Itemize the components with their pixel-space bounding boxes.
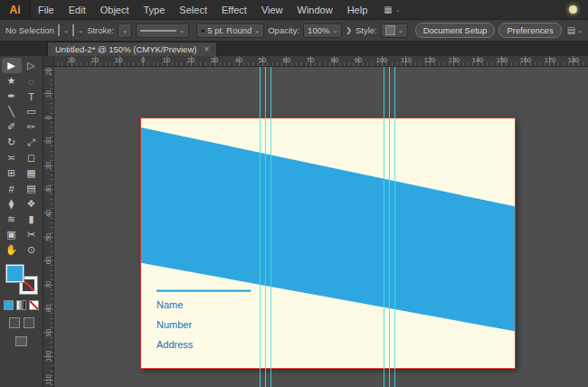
eyedropper-tool-icon[interactable]: ⧫ xyxy=(2,196,22,212)
guide-line[interactable] xyxy=(384,67,384,387)
ruler-label: 60 xyxy=(283,57,290,64)
ruler-origin-corner[interactable] xyxy=(43,56,54,67)
draw-behind-button[interactable] xyxy=(24,317,34,328)
screen-mode-button[interactable] xyxy=(15,336,27,346)
fill-swatch[interactable] xyxy=(6,265,24,282)
brush-definition-select[interactable]: ● 5 pt. Round ⌄ xyxy=(196,24,264,38)
direct-selection-tool-icon[interactable]: ▷ xyxy=(22,58,42,73)
align-icon: ▤ xyxy=(567,25,575,35)
stroke-weight-select[interactable]: ⌄ xyxy=(118,24,132,38)
chevron-down-icon: ⌄ xyxy=(179,27,185,33)
shape-builder-tool-icon[interactable]: ⊞ xyxy=(2,165,22,181)
chevron-down-icon: ⌄ xyxy=(332,27,337,33)
color-button[interactable] xyxy=(4,300,14,310)
ruler-label: 80 xyxy=(45,303,52,314)
ruler-label: 130 xyxy=(449,57,460,64)
ruler-label: 20 xyxy=(187,57,194,64)
workspace-grid-icon: ▦ xyxy=(384,5,392,14)
ruler-label: 80 xyxy=(331,57,338,64)
magic-wand-tool-icon[interactable]: ★ xyxy=(2,73,22,89)
ruler-label: 110 xyxy=(45,374,52,385)
symbol-sprayer-tool-icon[interactable]: ≋ xyxy=(2,212,22,227)
rectangle-tool-icon[interactable]: ▭ xyxy=(22,104,42,119)
document-setup-button[interactable]: Document Setup xyxy=(415,23,496,38)
preferences-button[interactable]: Preferences xyxy=(498,23,561,38)
menu-file[interactable]: File xyxy=(31,0,62,19)
guide-line[interactable] xyxy=(394,67,395,387)
blue-band-shape[interactable] xyxy=(141,127,515,331)
artboard-tool-icon[interactable]: ▣ xyxy=(2,227,22,242)
menu-effect[interactable]: Effect xyxy=(214,0,254,19)
blend-tool-icon[interactable]: ❖ xyxy=(22,196,42,212)
selection-tool-icon[interactable]: ▶ xyxy=(2,58,22,73)
artwork-text[interactable]: Address xyxy=(156,339,193,350)
line-segment-tool-icon[interactable]: ╲ xyxy=(2,104,22,119)
menu-type[interactable]: Type xyxy=(137,0,173,19)
none-button[interactable] xyxy=(29,300,39,310)
stroke-label: Stroke: xyxy=(87,25,114,35)
opacity-select[interactable]: 100% ⌄ xyxy=(303,24,342,38)
gradient-tool-icon[interactable]: ▤ xyxy=(22,181,42,196)
stroke-color-swatch[interactable] xyxy=(72,24,74,36)
close-icon[interactable]: × xyxy=(204,45,209,54)
vertical-ruler[interactable]: 20 10 0 10 20 30 40 50 60 70 xyxy=(43,67,54,387)
menu-help[interactable]: Help xyxy=(340,0,375,19)
width-profile-select[interactable]: ⌄ xyxy=(136,24,189,38)
chevron-down-icon: ⌄ xyxy=(254,27,260,33)
menu-window[interactable]: Window xyxy=(290,0,340,19)
free-transform-tool-icon[interactable]: ◻ xyxy=(22,150,42,165)
ruler-label: 140 xyxy=(472,57,484,64)
pencil-tool-icon[interactable]: ✏ xyxy=(22,119,42,135)
ruler-label: 10 xyxy=(163,57,170,64)
workspace: 30 20 10 0 10 20 30 40 50 60 xyxy=(43,56,588,387)
mesh-tool-icon[interactable]: # xyxy=(2,181,22,196)
chevron-down-icon[interactable]: ⌄ xyxy=(63,27,69,33)
panel-options-icon[interactable]: ▤ ⌄ xyxy=(567,25,583,35)
gradient-button[interactable] xyxy=(16,300,26,310)
type-tool-icon[interactable]: T xyxy=(22,89,42,104)
lasso-tool-icon[interactable]: ◌ xyxy=(22,73,42,89)
menu-edit[interactable]: Edit xyxy=(62,0,93,19)
workspace-switcher[interactable]: ▦ ⌄ xyxy=(384,5,400,14)
artwork-text[interactable]: Name xyxy=(156,299,183,310)
menu-view[interactable]: View xyxy=(254,0,290,19)
lightbulb-icon[interactable] xyxy=(569,5,577,14)
guide-line[interactable] xyxy=(260,67,261,387)
brush-dot-icon: ● xyxy=(201,27,204,33)
column-graph-tool-icon[interactable]: ▮ xyxy=(22,212,42,227)
opacity-panel-chevron-icon[interactable]: ❯ xyxy=(346,26,352,34)
ruler-label: 180 xyxy=(568,57,580,64)
paintbrush-tool-icon[interactable]: ✐ xyxy=(2,119,22,135)
ruler-label: 0 xyxy=(45,112,52,123)
fill-color-swatch[interactable] xyxy=(58,24,60,36)
style-swatch xyxy=(385,25,395,35)
slice-tool-icon[interactable]: ✂ xyxy=(22,227,42,242)
ruler-label: 40 xyxy=(45,208,52,219)
pen-tool-icon[interactable]: ✒ xyxy=(2,89,22,104)
document-tab-bar: Untitled-2* @ 150% (CMYK/Preview) × xyxy=(0,42,588,56)
document-tab[interactable]: Untitled-2* @ 150% (CMYK/Preview) × xyxy=(47,42,217,56)
scale-tool-icon[interactable]: ⤢ xyxy=(22,135,42,150)
guide-line[interactable] xyxy=(389,67,390,387)
artboard[interactable]: Name Number Address xyxy=(140,118,516,369)
horizontal-ruler[interactable]: 30 20 10 0 10 20 30 40 50 60 xyxy=(54,56,588,67)
graphic-style-select[interactable]: ⌄ xyxy=(381,24,408,38)
artwork-text[interactable]: Number xyxy=(156,319,192,330)
rotate-tool-icon[interactable]: ↻ xyxy=(2,135,22,150)
draw-mode-row xyxy=(9,317,34,328)
zoom-tool-icon[interactable]: ⊙ xyxy=(22,242,42,258)
ruler-label: 100 xyxy=(45,351,52,362)
hand-tool-icon[interactable]: ✋ xyxy=(2,242,22,258)
guide-line[interactable] xyxy=(270,67,271,387)
ruler-label: 50 xyxy=(259,57,266,64)
guide-line[interactable] xyxy=(265,67,266,387)
menu-select[interactable]: Select xyxy=(172,0,214,19)
perspective-grid-tool-icon[interactable]: ▦ xyxy=(22,165,42,181)
menu-object[interactable]: Object xyxy=(93,0,137,19)
width-tool-icon[interactable]: ≍ xyxy=(2,150,22,165)
canvas[interactable]: Name Number Address xyxy=(54,67,588,387)
ruler-label: 70 xyxy=(307,57,314,64)
chevron-down-icon[interactable]: ⌄ xyxy=(78,27,83,33)
draw-normal-button[interactable] xyxy=(9,317,20,328)
ruler-label: 30 xyxy=(211,57,218,64)
